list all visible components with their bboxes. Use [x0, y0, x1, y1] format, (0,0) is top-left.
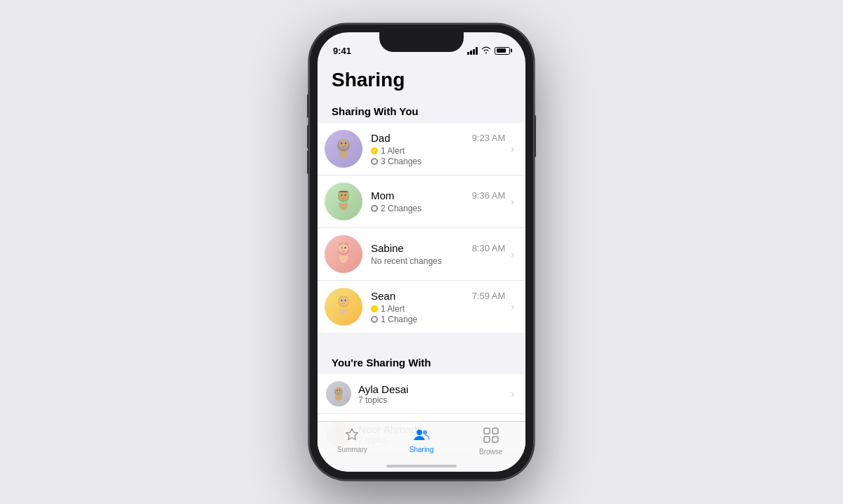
svg-point-25 — [417, 430, 422, 435]
change-icon-mom — [371, 205, 378, 212]
contact-name-mom: Mom — [371, 190, 394, 201]
alert-text-sean: 1 Alert — [381, 304, 405, 314]
wifi-icon — [481, 46, 491, 55]
browse-icon — [483, 427, 499, 446]
svg-point-11 — [344, 247, 346, 248]
svg-point-6 — [341, 194, 342, 196]
battery-icon — [495, 47, 510, 55]
alert-icon-dad: ⚠ — [371, 147, 378, 154]
avatar-dad — [325, 130, 362, 168]
alert-icon-sean: ⚠ — [371, 305, 378, 312]
changes-line-mom: 2 Changes — [371, 204, 508, 213]
svg-point-12 — [338, 246, 342, 251]
page-title: Sharing — [318, 62, 525, 101]
avatar-sabine — [325, 235, 362, 273]
contact-name-sabine: Sabine — [371, 242, 404, 254]
phone-screen: 9:41 — [318, 32, 525, 472]
svg-rect-27 — [484, 428, 490, 434]
chevron-dad: › — [511, 143, 514, 154]
tab-summary-label: Summary — [337, 446, 367, 453]
tab-summary[interactable]: Summary — [318, 427, 387, 453]
tab-sharing-label: Sharing — [410, 446, 433, 453]
chevron-sabine: › — [511, 248, 514, 260]
contact-row-dad[interactable]: Dad 9:23 AM ⚠ 1 Alert 3 Changes — [318, 123, 525, 175]
alert-line-sean: ⚠ 1 Alert — [371, 304, 508, 314]
svg-point-19 — [336, 390, 338, 391]
sharing-name-ayla: Ayla Desai — [358, 383, 508, 395]
svg-point-7 — [344, 194, 346, 196]
summary-icon — [344, 427, 360, 444]
contact-time-sabine: 8:30 AM — [472, 243, 506, 253]
svg-point-3 — [345, 142, 346, 144]
status-icons — [467, 46, 510, 55]
changes-line-sean: 1 Change — [371, 314, 508, 324]
contact-info-dad: Dad 9:23 AM ⚠ 1 Alert 3 Changes — [371, 132, 508, 166]
changes-text-sean: 1 Change — [381, 314, 417, 324]
changes-text-sabine: No recent changes — [371, 256, 442, 266]
chevron-ayla: › — [511, 388, 514, 399]
status-time: 9:41 — [333, 46, 351, 56]
phone-wrapper: 9:41 — [309, 24, 534, 480]
avatar-sean — [325, 288, 362, 326]
tab-browse-label: Browse — [479, 448, 502, 456]
svg-rect-30 — [492, 437, 498, 442]
sharing-row-ayla[interactable]: Ayla Desai 7 topics › — [318, 374, 525, 414]
avatar-ayla — [326, 381, 351, 406]
tab-sharing[interactable]: Sharing — [387, 427, 457, 453]
contact-time-sean: 7:59 AM — [472, 291, 506, 301]
content-area: Sharing Sharing With You — [318, 62, 525, 472]
svg-rect-28 — [492, 428, 498, 434]
sharing-info-ayla: Ayla Desai 7 topics — [358, 383, 508, 405]
section-gap — [318, 333, 525, 352]
changes-line-sabine: No recent changes — [371, 256, 508, 266]
contact-time-mom: 9:36 AM — [472, 190, 506, 201]
contact-info-mom: Mom 9:36 AM 2 Changes — [371, 190, 508, 213]
home-indicator — [386, 465, 457, 467]
sharing-with-you-header: Sharing With You — [318, 101, 525, 123]
svg-point-15 — [341, 300, 342, 301]
notch — [379, 32, 464, 52]
svg-point-2 — [341, 142, 342, 144]
svg-point-26 — [423, 430, 427, 435]
youre-sharing-header: You're Sharing With — [318, 352, 525, 374]
tab-browse[interactable]: Browse — [456, 427, 525, 456]
contact-time-dad: 9:23 AM — [472, 133, 506, 143]
contact-info-sabine: Sabine 8:30 AM No recent changes — [371, 242, 508, 266]
chevron-mom: › — [511, 196, 514, 207]
alert-text-dad: 1 Alert — [381, 146, 405, 156]
chevron-sean: › — [511, 301, 514, 312]
changes-text-dad: 3 Changes — [381, 157, 422, 166]
signal-icon — [467, 47, 478, 55]
sharing-with-you-list: Dad 9:23 AM ⚠ 1 Alert 3 Changes — [318, 123, 525, 333]
contact-row-sabine[interactable]: Sabine 8:30 AM No recent changes › — [318, 228, 525, 281]
alert-line-dad: ⚠ 1 Alert — [371, 146, 508, 156]
changes-line-dad: 3 Changes — [371, 157, 508, 166]
change-icon-sean — [371, 316, 378, 323]
contact-row-mom[interactable]: Mom 9:36 AM 2 Changes › — [318, 175, 525, 228]
change-icon-dad — [371, 158, 378, 165]
changes-text-mom: 2 Changes — [381, 204, 422, 213]
contact-name-sean: Sean — [371, 290, 396, 302]
svg-point-20 — [339, 390, 341, 391]
svg-rect-29 — [484, 437, 490, 442]
sharing-tab-icon — [413, 427, 430, 444]
svg-point-16 — [344, 300, 346, 301]
avatar-mom — [325, 183, 362, 220]
contact-info-sean: Sean 7:59 AM ⚠ 1 Alert 1 Change — [371, 290, 508, 324]
contact-name-dad: Dad — [371, 132, 391, 144]
sharing-subtitle-ayla: 7 topics — [358, 395, 508, 405]
contact-row-sean[interactable]: Sean 7:59 AM ⚠ 1 Alert 1 Change — [318, 281, 525, 333]
